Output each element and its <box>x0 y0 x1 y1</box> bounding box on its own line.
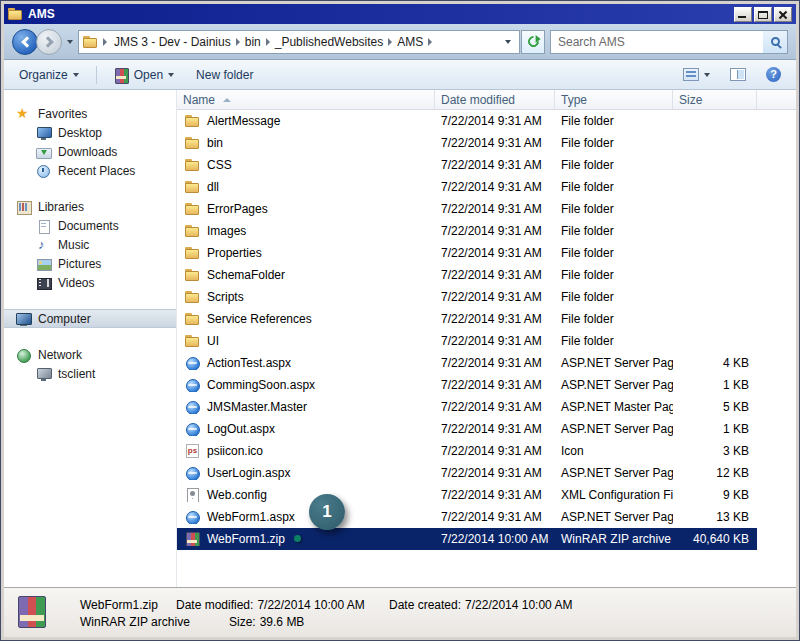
file-name-cell: WebForm1.aspx <box>177 510 435 524</box>
file-row[interactable]: Service References7/22/2014 9:31 AMFile … <box>177 308 757 330</box>
file-row[interactable]: Web.config7/22/2014 9:31 AMXML Configura… <box>177 484 757 506</box>
file-row[interactable]: LogOut.aspx7/22/2014 9:31 AMASP.NET Serv… <box>177 418 757 440</box>
sidebar-item-desktop[interactable]: Desktop <box>4 123 176 142</box>
folder-icon <box>185 246 200 260</box>
search-button[interactable] <box>763 31 787 53</box>
column-header-name[interactable]: Name <box>177 90 435 109</box>
history-dropdown-icon[interactable] <box>67 40 73 44</box>
sidebar-item-label: Computer <box>38 312 91 326</box>
file-date-modified: 7/22/2014 9:31 AM <box>435 466 555 480</box>
status-date-modified-label: Date modified: <box>176 598 253 612</box>
open-label: Open <box>134 68 163 82</box>
refresh-button[interactable] <box>521 30 545 54</box>
column-header-date-modified[interactable]: Date modified <box>435 90 555 109</box>
file-name: dll <box>207 180 219 194</box>
file-name: Scripts <box>207 290 244 304</box>
file-list-body: AlertMessage7/22/2014 9:31 AMFile folder… <box>177 110 757 550</box>
file-name: Images <box>207 224 246 238</box>
open-button[interactable]: Open <box>109 65 179 85</box>
file-type: File folder <box>555 224 673 238</box>
folder-icon <box>185 202 200 216</box>
file-type: ASP.NET Server Page <box>555 510 673 524</box>
file-row[interactable]: AlertMessage7/22/2014 9:31 AMFile folder <box>177 110 757 132</box>
sidebar-item-downloads[interactable]: Downloads <box>4 142 176 161</box>
address-dropdown-icon[interactable] <box>505 40 511 44</box>
file-row[interactable]: WebForm1.aspx7/22/2014 9:31 AMASP.NET Se… <box>177 506 757 528</box>
forward-button[interactable] <box>36 29 62 55</box>
sidebar-item-tsclient[interactable]: tsclient <box>4 364 176 383</box>
file-row[interactable]: Properties7/22/2014 9:31 AMFile folder <box>177 242 757 264</box>
file-row[interactable]: ErrorPages7/22/2014 9:31 AMFile folder <box>177 198 757 220</box>
back-arrow-icon <box>21 36 32 47</box>
file-size: 5 KB <box>673 400 757 414</box>
file-row[interactable]: Images7/22/2014 9:31 AMFile folder <box>177 220 757 242</box>
breadcrumb-segment-ams[interactable]: AMS <box>395 34 425 50</box>
sidebar-item-pictures[interactable]: Pictures <box>4 254 176 273</box>
search-input[interactable]: Search AMS <box>558 35 625 49</box>
file-name-cell: AlertMessage <box>177 114 435 128</box>
file-row[interactable]: JMSMaster.Master7/22/2014 9:31 AMASP.NET… <box>177 396 757 418</box>
file-row[interactable]: UserLogin.aspx7/22/2014 9:31 AMASP.NET S… <box>177 462 757 484</box>
breadcrumb: JMS 3 - Dev - Dainiusbin_PublishedWebsit… <box>112 34 435 50</box>
back-button[interactable] <box>12 29 38 55</box>
maximize-button[interactable] <box>754 7 772 22</box>
folder-icon <box>185 268 200 282</box>
file-date-modified: 7/22/2014 9:31 AM <box>435 290 555 304</box>
file-type: ASP.NET Master Page <box>555 400 673 414</box>
sort-ascending-icon <box>223 98 231 102</box>
breadcrumb-segment--publishedwebsites[interactable]: _PublishedWebsites <box>273 34 386 50</box>
sidebar-item-recent-places[interactable]: Recent Places <box>4 161 176 180</box>
file-name-cell: LogOut.aspx <box>177 422 435 436</box>
breadcrumb-segment-jms-3-dev-dainius[interactable]: JMS 3 - Dev - Dainius <box>112 34 233 50</box>
folder-icon <box>185 290 200 304</box>
file-row[interactable]: SchemaFolder7/22/2014 9:31 AMFile folder <box>177 264 757 286</box>
search-box[interactable]: Search AMS <box>550 30 788 54</box>
sidebar-item-computer[interactable]: Computer <box>4 309 176 328</box>
address-bar[interactable]: JMS 3 - Dev - Dainiusbin_PublishedWebsit… <box>78 30 520 54</box>
file-name-cell: psiicon.ico <box>177 444 435 458</box>
preview-pane-icon <box>730 68 746 81</box>
close-button[interactable] <box>774 7 792 22</box>
file-name-cell: Properties <box>177 246 435 260</box>
sidebar-item-documents[interactable]: Documents <box>4 216 176 235</box>
file-size: 1 KB <box>673 422 757 436</box>
file-name-cell: bin <box>177 136 435 150</box>
breadcrumb-separator-icon <box>236 38 240 46</box>
window-controls <box>734 7 792 22</box>
file-type: ASP.NET Server Page <box>555 378 673 392</box>
breadcrumb-separator-icon <box>428 38 432 46</box>
file-name: WebForm1.zip <box>207 532 285 546</box>
file-row[interactable]: dll7/22/2014 9:31 AMFile folder <box>177 176 757 198</box>
file-row[interactable]: UI7/22/2014 9:31 AMFile folder <box>177 330 757 352</box>
preview-pane-button[interactable] <box>725 65 751 84</box>
titlebar[interactable]: AMS <box>4 4 796 24</box>
breadcrumb-segment-bin[interactable]: bin <box>243 34 263 50</box>
sidebar-item-libraries[interactable]: Libraries <box>4 197 176 216</box>
views-button[interactable] <box>678 65 715 84</box>
help-button[interactable]: ? <box>761 64 786 85</box>
file-type: WinRAR ZIP archive <box>555 532 673 546</box>
sidebar-item-network[interactable]: Network <box>4 345 176 364</box>
breadcrumb-separator-icon <box>388 38 392 46</box>
column-header-size[interactable]: Size <box>673 90 757 109</box>
file-size: 12 KB <box>673 466 757 480</box>
new-folder-button[interactable]: New folder <box>191 65 258 85</box>
status-date-created-value: 7/22/2014 10:00 AM <box>465 598 572 612</box>
file-type: File folder <box>555 136 673 150</box>
file-date-modified: 7/22/2014 9:31 AM <box>435 158 555 172</box>
file-row[interactable]: ActionTest.aspx7/22/2014 9:31 AMASP.NET … <box>177 352 757 374</box>
file-row[interactable]: psiicon.ico7/22/2014 9:31 AMIcon3 KB <box>177 440 757 462</box>
desktop-icon <box>36 126 51 140</box>
computer-icon <box>16 312 31 326</box>
file-row[interactable]: bin7/22/2014 9:31 AMFile folder <box>177 132 757 154</box>
sidebar-item-favorites[interactable]: Favorites <box>4 104 176 123</box>
file-row[interactable]: CommingSoon.aspx7/22/2014 9:31 AMASP.NET… <box>177 374 757 396</box>
minimize-button[interactable] <box>734 7 752 22</box>
file-row[interactable]: WebForm1.zip7/22/2014 10:00 AMWinRAR ZIP… <box>177 528 757 550</box>
sidebar-item-videos[interactable]: Videos <box>4 273 176 292</box>
organize-button[interactable]: Organize <box>14 65 84 85</box>
file-row[interactable]: Scripts7/22/2014 9:31 AMFile folder <box>177 286 757 308</box>
column-header-type[interactable]: Type <box>555 90 673 109</box>
sidebar-item-music[interactable]: Music <box>4 235 176 254</box>
file-row[interactable]: CSS7/22/2014 9:31 AMFile folder <box>177 154 757 176</box>
